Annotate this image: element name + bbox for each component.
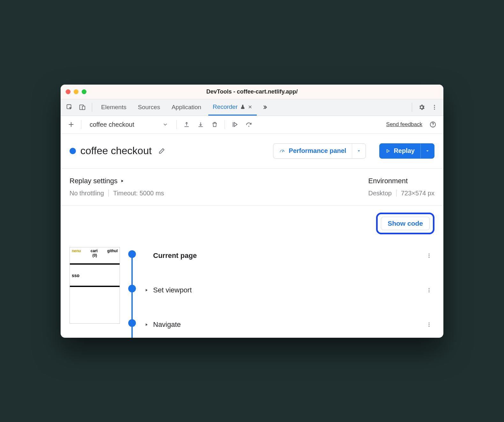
step-over-icon[interactable] — [243, 119, 254, 130]
close-tab-icon[interactable] — [248, 105, 252, 109]
performance-panel-caret[interactable] — [352, 144, 366, 158]
edit-title-icon[interactable] — [158, 147, 165, 154]
tutorial-highlight: Show code — [376, 213, 434, 234]
button-label: Replay — [394, 147, 415, 154]
thumb-product-label: sso — [72, 273, 118, 278]
export-icon[interactable] — [181, 119, 192, 130]
divider — [92, 103, 92, 112]
thumb-cart-label: cart — [91, 249, 98, 253]
chevron-down-icon — [162, 122, 168, 127]
svg-point-5 — [434, 109, 435, 109]
timeline — [126, 247, 138, 338]
inspect-element-icon[interactable] — [64, 102, 75, 112]
timeline-dot — [128, 250, 136, 258]
throttle-value: No throttling — [70, 190, 104, 197]
continue-icon[interactable] — [229, 119, 240, 130]
steps-area: nenu cart githul (0) sso Current page — [61, 247, 443, 338]
divider — [396, 190, 397, 197]
more-tabs-icon[interactable] — [259, 102, 270, 112]
tab-recorder[interactable]: Recorder — [208, 99, 257, 116]
svg-point-17 — [429, 326, 430, 327]
svg-point-3 — [434, 105, 435, 106]
svg-rect-2 — [82, 106, 85, 109]
step-more-icon[interactable] — [426, 253, 434, 259]
svg-point-8 — [433, 126, 433, 126]
replay-button[interactable]: Replay — [379, 143, 434, 159]
button-label: Performance panel — [289, 147, 346, 154]
svg-point-9 — [429, 253, 430, 254]
caret-right-icon — [144, 322, 151, 327]
send-feedback-link[interactable]: Send feedback — [386, 121, 422, 128]
step-set-viewport[interactable]: Set viewport — [144, 283, 434, 298]
window-title: DevTools - coffee-cart.netlify.app/ — [61, 88, 443, 95]
viewport-value: 723×574 px — [401, 190, 434, 197]
devtools-window: DevTools - coffee-cart.netlify.app/ Elem… — [61, 85, 443, 338]
status-dot-icon — [70, 148, 76, 154]
thumb-github-label: githul — [107, 249, 118, 253]
thumb-menu-label: nenu — [72, 249, 81, 253]
svg-point-14 — [429, 291, 430, 292]
recording-dropdown-value: coffee checkout — [90, 121, 134, 128]
show-code-area: Show code — [61, 206, 443, 247]
tab-label: Recorder — [213, 103, 238, 110]
settings-gear-icon[interactable] — [417, 102, 427, 112]
svg-point-11 — [429, 257, 430, 258]
replay-caret[interactable] — [421, 144, 434, 158]
recording-header: coffee checkout Performance panel Replay — [61, 134, 443, 169]
flask-icon — [240, 104, 245, 109]
step-more-icon[interactable] — [426, 287, 434, 293]
svg-point-10 — [429, 255, 430, 256]
device-toggle-icon[interactable] — [77, 102, 87, 112]
step-label: Navigate — [151, 320, 426, 329]
svg-point-12 — [429, 288, 430, 289]
new-recording-icon[interactable] — [66, 119, 77, 130]
tab-elements[interactable]: Elements — [97, 99, 131, 116]
titlebar: DevTools - coffee-cart.netlify.app/ — [61, 85, 443, 99]
timeout-value: Timeout: 5000 ms — [113, 190, 164, 197]
import-icon[interactable] — [195, 119, 206, 130]
divider — [412, 103, 412, 112]
tab-label: Application — [172, 104, 201, 111]
tab-sources[interactable]: Sources — [133, 99, 165, 116]
timeline-dot — [128, 285, 136, 292]
step-label: Current page — [151, 252, 426, 260]
step-label: Set viewport — [151, 286, 426, 294]
steps-list: Current page Set viewport Navigate — [144, 247, 434, 338]
kebab-menu-icon[interactable] — [429, 102, 440, 112]
heading-label: Replay settings — [70, 177, 117, 185]
divider — [108, 190, 109, 197]
settings-area: Replay settings No throttling Timeout: 5… — [61, 169, 443, 206]
show-code-button[interactable]: Show code — [381, 217, 430, 230]
performance-panel-button[interactable]: Performance panel — [273, 143, 366, 159]
step-navigate[interactable]: Navigate — [144, 317, 434, 332]
page-thumbnail: nenu cart githul (0) sso — [70, 247, 120, 324]
panel-tabs: Elements Sources Application Recorder — [61, 99, 443, 116]
divider — [225, 120, 225, 129]
svg-point-15 — [429, 322, 430, 323]
device-value: Desktop — [368, 190, 392, 197]
thumb-divider — [70, 263, 120, 265]
timeline-dot — [128, 319, 136, 327]
step-more-icon[interactable] — [426, 322, 434, 328]
svg-point-13 — [429, 290, 430, 290]
tab-label: Elements — [101, 104, 126, 111]
environment-heading: Environment — [368, 177, 434, 185]
delete-icon[interactable] — [209, 119, 220, 130]
replay-settings-toggle[interactable]: Replay settings — [70, 177, 368, 185]
recorder-toolbar: coffee checkout Send feedback — [61, 116, 443, 134]
step-current-page[interactable]: Current page — [144, 248, 434, 263]
svg-point-4 — [434, 107, 435, 108]
svg-point-6 — [248, 126, 249, 127]
help-icon[interactable] — [427, 119, 438, 130]
divider — [176, 120, 177, 129]
caret-right-icon — [144, 288, 151, 292]
svg-point-16 — [429, 324, 430, 325]
gauge-icon — [279, 148, 285, 154]
tab-label: Sources — [138, 104, 160, 111]
recording-dropdown[interactable]: coffee checkout — [86, 118, 172, 131]
caret-right-icon — [120, 179, 124, 183]
heading-label: Environment — [368, 177, 408, 185]
play-icon — [385, 148, 390, 154]
recording-title: coffee checkout — [80, 145, 152, 157]
tab-application[interactable]: Application — [167, 99, 206, 116]
